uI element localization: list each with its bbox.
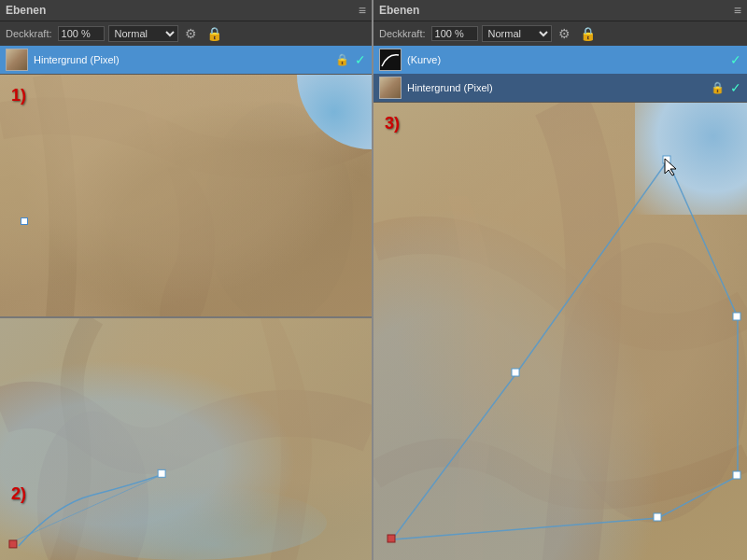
left-layer-lock: 🔒	[335, 53, 349, 66]
right-layer-name-kurve: (Kurve)	[407, 54, 725, 65]
svg-rect-6	[733, 471, 740, 479]
left-blend-mode-select[interactable]: Normal	[108, 25, 178, 42]
left-panel-titlebar: Ebenen ≡	[0, 0, 372, 21]
svg-rect-2	[388, 535, 395, 542]
right-lock-button[interactable]: 🔒	[577, 25, 599, 42]
left-layer-item-hintergrund[interactable]: Hintergrund (Pixel) 🔒 ✓	[0, 46, 372, 74]
right-settings-button[interactable]: ⚙	[556, 25, 573, 42]
right-panel-titlebar: Ebenen ≡	[374, 0, 747, 21]
svg-rect-3	[512, 369, 519, 376]
left-top-sky	[297, 75, 372, 149]
left-opacity-label: Deckkraft:	[6, 28, 52, 39]
right-stone-bg: 3)	[374, 103, 747, 560]
left-opacity-input[interactable]	[58, 26, 105, 41]
left-top-canvas: 1)	[0, 75, 372, 318]
right-layer-thumb-hintergrund	[379, 77, 402, 99]
left-bottom-sky	[47, 485, 327, 560]
svg-rect-7	[654, 513, 661, 521]
right-sky-patch	[635, 103, 747, 215]
right-layer-eye-kurve[interactable]: ✓	[730, 52, 741, 67]
right-layer-name-hintergrund: Hintergrund (Pixel)	[407, 82, 705, 93]
left-layer-eye[interactable]: ✓	[355, 52, 366, 67]
right-layer-lock: 🔒	[711, 81, 725, 94]
left-panel-menu-icon[interactable]: ≡	[359, 3, 366, 18]
step1-label: 1)	[11, 86, 26, 105]
svg-rect-1	[9, 540, 17, 548]
svg-rect-0	[158, 469, 165, 477]
left-settings-button[interactable]: ⚙	[182, 25, 200, 42]
left-panel-title: Ebenen	[6, 4, 46, 17]
left-layer-name: Hintergrund (Pixel)	[34, 54, 330, 65]
right-layer-thumb-kurve	[379, 49, 402, 71]
step2-label: 2)	[11, 484, 26, 504]
left-bottom-stone-bg: 2)	[0, 318, 372, 560]
right-canvas: 3)	[374, 103, 747, 560]
right-opacity-label: Deckkraft:	[379, 28, 426, 39]
right-layer-item-kurve[interactable]: (Kurve) ✓	[374, 46, 747, 74]
right-blend-mode-select[interactable]: Normal	[482, 25, 552, 42]
cursor-icon	[663, 157, 680, 177]
right-layer-item-hintergrund[interactable]: Hintergrund (Pixel) 🔒 ✓	[374, 74, 747, 102]
left-bottom-canvas: 2)	[0, 318, 372, 560]
left-panel: Ebenen ≡ Deckkraft: Normal ⚙ 🔒 Hintergru…	[0, 0, 374, 560]
left-layer-thumb	[6, 49, 28, 71]
right-panel-toolbar: Deckkraft: Normal ⚙ 🔒	[374, 21, 747, 46]
cursor-container	[663, 157, 680, 180]
left-top-stone-bg: 1)	[0, 75, 372, 316]
right-panel: Ebenen ≡ Deckkraft: Normal ⚙ 🔒 (Ku	[374, 0, 747, 560]
right-panel-title: Ebenen	[379, 4, 419, 17]
right-panel-menu-icon[interactable]: ≡	[734, 3, 741, 18]
main-container: Ebenen ≡ Deckkraft: Normal ⚙ 🔒 Hintergru…	[0, 0, 747, 560]
anchor-point-1	[21, 217, 28, 225]
step3-label: 3)	[385, 114, 400, 133]
left-panel-toolbar: Deckkraft: Normal ⚙ 🔒	[0, 21, 372, 46]
right-layers-panel: Ebenen ≡ Deckkraft: Normal ⚙ 🔒 (Ku	[374, 0, 747, 103]
right-layer-eye-hintergrund[interactable]: ✓	[730, 80, 741, 95]
left-layers-panel: Ebenen ≡ Deckkraft: Normal ⚙ 🔒 Hintergru…	[0, 0, 372, 75]
svg-rect-5	[733, 313, 740, 320]
left-lock-button[interactable]: 🔒	[204, 25, 225, 42]
right-opacity-input[interactable]	[431, 26, 478, 41]
